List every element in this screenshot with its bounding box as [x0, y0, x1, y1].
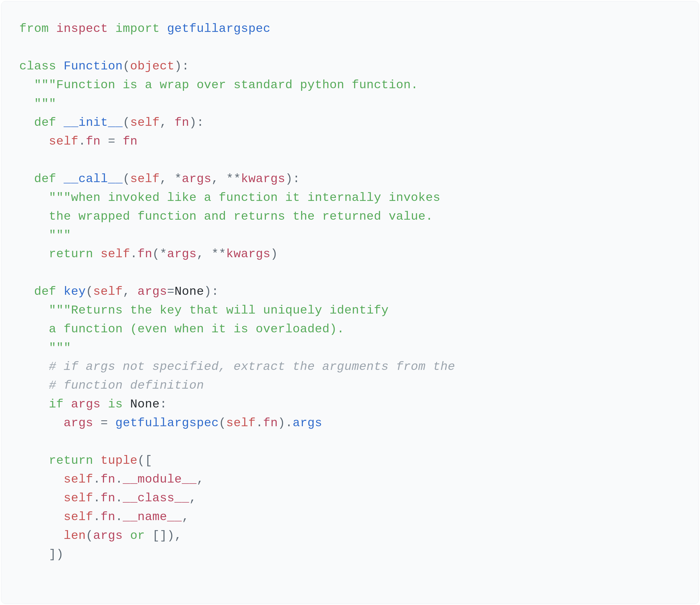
code-line: """Function is a wrap over standard pyth…	[19, 78, 418, 92]
code-line: class Function(object):	[19, 59, 189, 73]
code-line: # if args not specified, extract the arg…	[19, 360, 455, 373]
code-line: """Returns the key that will uniquely id…	[19, 304, 389, 317]
code-line: self.fn = fn	[19, 134, 138, 148]
code-line: return self.fn(*args, **kwargs)	[19, 247, 278, 261]
code-line: self.fn.__class__,	[19, 491, 197, 505]
code-line: self.fn.__name__,	[19, 510, 189, 524]
code-line: the wrapped function and returns the ret…	[19, 210, 433, 223]
code-line: return tuple([	[19, 454, 152, 467]
code-line: if args is None:	[19, 397, 167, 411]
code-line: self.fn.__module__,	[19, 473, 204, 486]
code-line: """when invoked like a function it inter…	[19, 191, 440, 205]
code-line: ])	[19, 548, 64, 561]
code-line: from inspect import getfullargspec	[19, 22, 271, 35]
code-line: # function definition	[19, 379, 204, 392]
code-line: """	[19, 229, 71, 242]
code-line: def __init__(self, fn):	[19, 116, 204, 129]
code-line: len(args or []),	[19, 529, 182, 543]
code-line: args = getfullargspec(self.fn).args	[19, 416, 322, 430]
code-line: def key(self, args=None):	[19, 285, 219, 298]
code-line: a function (even when it is overloaded).	[19, 322, 344, 336]
code-line: def __call__(self, *args, **kwargs):	[19, 172, 300, 186]
code-line: """	[19, 97, 56, 111]
code-block: from inspect import getfullargspec class…	[1, 1, 699, 604]
code-line: """	[19, 341, 71, 355]
